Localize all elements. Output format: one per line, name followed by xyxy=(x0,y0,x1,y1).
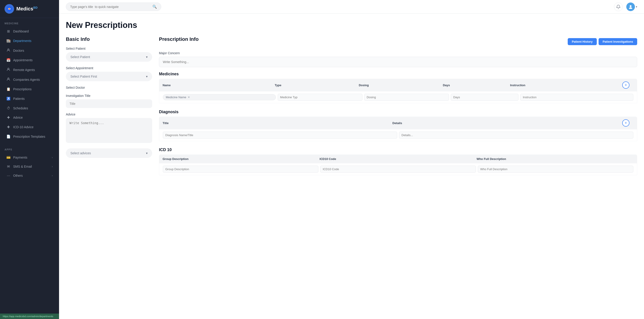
select-appointment-group: Select Appointment Select Patient First … xyxy=(66,66,152,81)
col-details: Details xyxy=(392,121,622,125)
icd10-advice-icon: ✚ xyxy=(6,125,10,129)
sidebar-item-label: Appointments xyxy=(13,58,33,62)
appointments-icon: 📅 xyxy=(6,58,10,62)
search-icon: 🔍 xyxy=(152,4,157,9)
select-patient-value: Select Patient xyxy=(70,55,90,59)
search-input[interactable] xyxy=(70,5,150,9)
advice-group: Advice xyxy=(66,112,152,144)
medicine-name-tag: Medicine Name ✕ xyxy=(163,94,276,100)
prescription-templates-icon: 📄 xyxy=(6,135,10,139)
remote-agents-icon xyxy=(6,68,10,72)
icd10-section: ICD 10 Group Description ICD10 Code Who … xyxy=(159,147,637,175)
col-group-desc: Group Description xyxy=(162,157,320,161)
icd10-title: ICD 10 xyxy=(159,147,637,152)
col-name: Name xyxy=(162,83,275,87)
icd10-code-input[interactable] xyxy=(320,166,476,173)
sidebar-item-advice[interactable]: ✚ Advice xyxy=(2,113,57,122)
investigation-title-input[interactable] xyxy=(66,99,152,108)
sidebar-item-label: SMS & Email xyxy=(13,165,32,168)
sidebar-item-label: Prescription Templates xyxy=(13,135,45,138)
diagnosis-details-input[interactable] xyxy=(399,132,633,139)
sidebar-item-sms-email[interactable]: ✉ SMS & Email › xyxy=(2,162,57,171)
select-doctor-label: Select Doctor xyxy=(66,86,152,89)
diagnosis-title-input[interactable] xyxy=(163,132,397,139)
sidebar-item-patients[interactable]: ♿ Patients xyxy=(2,94,57,103)
medicine-days-input[interactable] xyxy=(451,94,519,101)
medicine-dosing-input[interactable] xyxy=(364,94,449,101)
sidebar-item-label: Departments xyxy=(13,39,31,43)
status-url: https://app.medicsbd.com/admin/departmen… xyxy=(3,315,53,318)
diagnosis-title: Diagnosis xyxy=(159,110,637,114)
topbar: 🔍 ▾ xyxy=(59,0,644,13)
icd10-table-header: Group Description ICD10 Code Who Full De… xyxy=(159,155,637,163)
medicine-row: Medicine Name ✕ xyxy=(159,91,637,103)
notification-button[interactable] xyxy=(614,2,623,11)
companies-agents-icon xyxy=(6,77,10,82)
prescription-info-title: Prescription Info xyxy=(159,36,199,42)
sidebar-item-schedules[interactable]: ⏱ Schedules xyxy=(2,104,57,112)
advice-icon: ✚ xyxy=(6,115,10,120)
page-title: New Prescriptions xyxy=(66,20,637,30)
diagnosis-row xyxy=(159,129,637,141)
sidebar-item-prescription-templates[interactable]: 📄 Prescription Templates xyxy=(2,132,57,141)
payments-icon: 💳 xyxy=(6,155,10,159)
chevron-down-icon: ▾ xyxy=(146,75,148,78)
medicine-name-text: Medicine Name xyxy=(166,95,186,99)
sidebar-item-label: Patients xyxy=(13,97,25,100)
medicines-table-header: Name Type Dosing Days Instruction + xyxy=(159,79,637,91)
icd10-desc-input[interactable] xyxy=(478,166,633,173)
sms-email-icon: ✉ xyxy=(6,164,10,169)
advice-textarea[interactable] xyxy=(66,118,152,143)
medicine-instruction-input[interactable] xyxy=(520,94,633,101)
patient-investigations-button[interactable]: Patient Investigations xyxy=(598,38,637,45)
icd10-group-input[interactable] xyxy=(163,166,318,173)
sidebar-item-doctors[interactable]: Doctors xyxy=(2,46,57,55)
col-icd10-code: ICD10 Code xyxy=(320,157,476,161)
col-title: Title xyxy=(162,121,392,125)
patient-history-button[interactable]: Patient History xyxy=(568,38,597,45)
logo-icon xyxy=(4,4,14,13)
departments-icon: 🏬 xyxy=(6,39,10,43)
sidebar-item-remote-agents[interactable]: Remote Agents xyxy=(2,65,57,74)
add-diagnosis-btn[interactable]: + xyxy=(622,119,634,127)
sidebar-item-dashboard[interactable]: ⊞ Dashboard xyxy=(2,27,57,36)
major-concern-label: Major Concern xyxy=(159,51,637,55)
select-advices-dropdown[interactable]: Select advices ▾ xyxy=(66,148,152,158)
sidebar-item-label: ICD-10 Advice xyxy=(13,125,34,129)
svg-point-3 xyxy=(8,68,9,69)
medicine-section-label: MEDICINE xyxy=(0,18,59,26)
major-concern-input[interactable] xyxy=(159,57,637,67)
sidebar-item-label: Advice xyxy=(13,116,23,119)
sidebar-item-label: Others xyxy=(13,174,23,177)
sidebar-item-others[interactable]: ⋯ Others › xyxy=(2,171,57,180)
two-col-layout: Basic Info Select Patient Select Patient… xyxy=(66,36,637,182)
sidebar-item-label: Doctors xyxy=(13,49,24,52)
col-dosing: Dosing xyxy=(359,83,443,87)
sidebar-item-prescriptions[interactable]: 📋 Prescriptions xyxy=(2,85,57,93)
sidebar-item-label: Dashboard xyxy=(13,29,29,33)
sidebar-item-label: Companies Agents xyxy=(13,78,40,81)
col-days: Days xyxy=(443,83,510,87)
sidebar: MedicsBD MEDICINE ⊞ Dashboard 🏬 Departme… xyxy=(0,0,59,319)
avatar xyxy=(626,2,635,11)
select-patient-label: Select Patient xyxy=(66,47,152,50)
sidebar-item-icd10-advice[interactable]: ✚ ICD-10 Advice xyxy=(2,123,57,131)
doctors-icon xyxy=(6,48,10,53)
user-menu[interactable]: ▾ xyxy=(626,2,637,11)
sidebar-item-payments[interactable]: 💳 Payments › xyxy=(2,153,57,162)
sidebar-item-companies-agents[interactable]: Companies Agents xyxy=(2,75,57,84)
search-bar[interactable]: 🔍 xyxy=(66,2,161,11)
medicine-type-input[interactable] xyxy=(278,94,362,101)
col-type: Type xyxy=(275,83,359,87)
col-instruction: Instruction xyxy=(510,83,622,87)
logo-text: MedicsBD xyxy=(16,6,38,12)
select-appointment-dropdown[interactable]: Select Patient First ▾ xyxy=(66,72,152,81)
select-patient-dropdown[interactable]: Select Patient ▾ xyxy=(66,52,152,62)
sidebar-item-departments[interactable]: 🏬 Departments xyxy=(2,36,57,45)
remove-medicine-icon[interactable]: ✕ xyxy=(188,95,190,99)
add-medicine-btn[interactable]: + xyxy=(622,81,634,89)
chevron-down-icon: ▾ xyxy=(146,151,148,155)
sidebar-item-appointments[interactable]: 📅 Appointments xyxy=(2,56,57,64)
select-appointment-label: Select Appointment xyxy=(66,66,152,70)
svg-point-4 xyxy=(8,78,9,79)
